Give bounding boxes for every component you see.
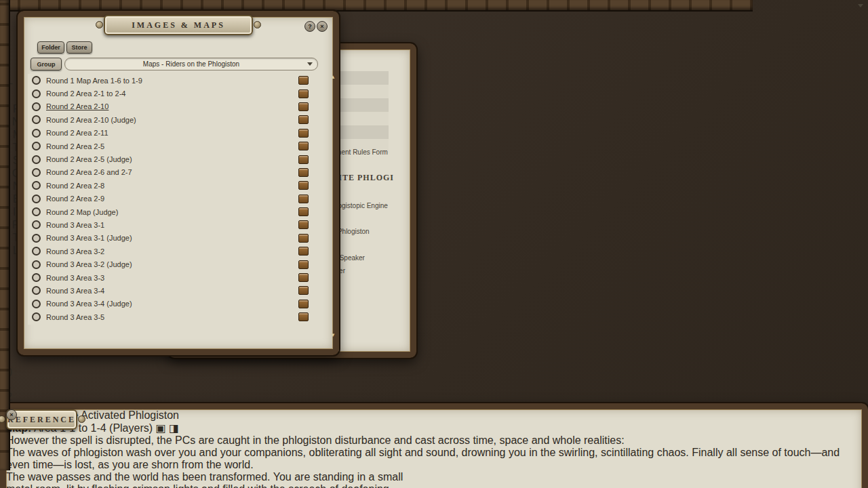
map-list-item[interactable]: Round 2 Area 2-9 xyxy=(28,192,315,205)
map-list-item-label: Round 3 Area 3-1 (Judge) xyxy=(46,234,298,242)
map-thumbnail-icon[interactable] xyxy=(298,89,309,98)
map-list-item-label: Round 2 Area 2-8 xyxy=(46,182,298,190)
fantasy-grounds-desktop: ⚄▦⚙⚖◆⚜+/-♟ ♔ PC ✎ NOTES ⚑ MAPS ☰ TABLES … xyxy=(0,0,868,488)
item-bullet-icon xyxy=(32,247,41,256)
map-thumbnail-icon[interactable] xyxy=(298,260,309,269)
map-thumbnail-icon[interactable] xyxy=(298,312,309,321)
map-list-item-label: Round 3 Area 3-3 xyxy=(46,274,298,282)
map-list-item[interactable]: Round 3 Area 3-1 xyxy=(28,218,315,231)
hotbar-slot[interactable]: 9 xyxy=(0,354,868,367)
map-list-item[interactable]: Round 2 Map (Judge) xyxy=(28,205,315,218)
window-title-plate[interactable]: REFERENCE xyxy=(6,409,77,430)
map-list-item-label: Round 3 Area 3-4 xyxy=(46,287,298,295)
map-list-item-label: Round 3 Area 3-1 xyxy=(46,221,298,229)
map-list-item[interactable]: Round 3 Area 3-3 xyxy=(28,271,315,284)
map-thumbnail-icon[interactable] xyxy=(298,102,309,111)
map-thumbnail-icon[interactable] xyxy=(298,155,309,164)
map-list-item[interactable]: Round 3 Area 3-5 xyxy=(28,310,315,323)
item-bullet-icon xyxy=(32,260,41,269)
map-list-item[interactable]: Round 2 Area 2-10 xyxy=(28,100,315,113)
section-heading: Area 1-1 – The Activated Phlogiston xyxy=(6,409,862,422)
hotbar-slot[interactable]: 12 xyxy=(0,391,868,403)
window-title: IMAGES & MAPS xyxy=(132,20,225,30)
group-dropdown[interactable]: Maps - Riders on the Phlogiston xyxy=(64,58,318,70)
map-thumbnail-icon[interactable] xyxy=(298,181,309,190)
folder-button[interactable]: Folder xyxy=(37,41,64,54)
map-thumbnail-icon[interactable] xyxy=(298,142,309,150)
scroll-down-icon[interactable]: ▼ xyxy=(330,332,336,338)
hotbar-slot[interactable]: 11 xyxy=(0,379,868,391)
map-list-item-label: Round 2 Area 2-9 xyxy=(46,195,298,203)
item-bullet-icon xyxy=(32,273,41,282)
map-list-item-label: Round 3 Area 3-2 xyxy=(46,247,298,256)
close-button[interactable]: × xyxy=(6,409,17,420)
item-bullet-icon xyxy=(32,89,41,98)
story-paragraph: However the spell is disrupted, the PCs … xyxy=(6,434,862,447)
map-thumbnail-icon[interactable] xyxy=(298,300,309,308)
map-thumbnail-icon[interactable] xyxy=(298,247,309,256)
map-list-item-label: Round 2 Area 2-1 to 2-4 xyxy=(46,89,298,98)
map-list-item[interactable]: Round 3 Area 3-2 xyxy=(28,245,315,258)
map-thumbnail-icon[interactable] xyxy=(298,220,309,229)
map-thumbnail-icon[interactable] xyxy=(298,76,309,85)
map-list-item-label: Round 3 Area 3-4 (Judge) xyxy=(46,300,298,308)
group-label: Group xyxy=(31,58,62,70)
map-list-item[interactable]: Round 3 Area 3-4 (Judge) xyxy=(28,298,315,310)
group-dropdown-value: Maps - Riders on the Phlogiston xyxy=(143,60,239,68)
item-bullet-icon xyxy=(32,195,41,203)
map-list-item-label: Round 2 Area 2-6 and 2-7 xyxy=(46,168,298,176)
item-bullet-icon xyxy=(32,102,41,111)
map-list-item[interactable]: Round 2 Area 2-6 and 2-7 xyxy=(28,166,315,179)
map-thumbnail-icon[interactable] xyxy=(298,273,309,282)
share-to-players-icon[interactable]: ▣ xyxy=(156,422,166,434)
store-button[interactable]: Store xyxy=(66,41,92,54)
map-list-item[interactable]: Round 2 Area 2-10 (Judge) xyxy=(28,113,315,126)
read-aloud-box: The waves of phlogiston wash over you an… xyxy=(6,447,862,471)
map-thumbnail-icon[interactable] xyxy=(298,195,309,203)
map-list-item-label: Round 2 Area 2-5 (Judge) xyxy=(46,155,298,163)
item-bullet-icon xyxy=(32,234,41,243)
map-thumbnail-icon[interactable] xyxy=(298,168,309,177)
maps-list: Round 1 Map Area 1-6 to 1-9 Round 2 Area… xyxy=(28,74,315,325)
map-thumbnail-icon[interactable] xyxy=(298,115,309,124)
desktop-frame-left xyxy=(0,0,10,470)
scroll-up-icon[interactable]: ▲ xyxy=(330,74,336,80)
close-button[interactable]: × xyxy=(317,21,328,32)
read-aloud-line: The wave passes and the world has been t… xyxy=(6,471,862,483)
item-bullet-icon xyxy=(32,207,41,216)
map-list-item-label: Round 2 Area 2-5 xyxy=(46,142,298,150)
desktop-frame-top xyxy=(0,0,753,12)
window-title-plate[interactable]: IMAGES & MAPS xyxy=(104,15,253,35)
item-bullet-icon xyxy=(32,76,41,85)
map-thumbnail-icon[interactable] xyxy=(298,286,309,295)
map-list-item[interactable]: Round 1 Map Area 1-6 to 1-9 xyxy=(28,74,315,87)
images-maps-window: IMAGES & MAPS ? × Folder Store Group Map… xyxy=(18,11,339,355)
map-list-item[interactable]: Round 2 Area 2-1 to 2-4 xyxy=(28,87,315,100)
map-thumbnail-icon[interactable] xyxy=(298,129,309,138)
dropdown-arrow-icon xyxy=(858,4,863,7)
map-list-item[interactable]: Round 2 Area 2-8 xyxy=(28,179,315,192)
map-list-item[interactable]: Round 3 Area 3-1 (Judge) xyxy=(28,232,315,245)
map-list-item[interactable]: Round 2 Area 2-11 xyxy=(28,127,315,140)
item-bullet-icon xyxy=(32,142,41,150)
item-bullet-icon xyxy=(32,115,41,124)
map-list-item[interactable]: Round 2 Area 2-5 (Judge) xyxy=(28,152,315,165)
map-thumbnail-icon[interactable] xyxy=(298,207,309,216)
map-list-item[interactable]: Round 3 Area 3-4 xyxy=(28,284,315,297)
map-list-item-label: Round 2 Map (Judge) xyxy=(46,208,298,216)
map-list-item[interactable]: Round 3 Area 3-2 (Judge) xyxy=(28,258,315,270)
read-aloud-box: The wave passes and the world has been t… xyxy=(6,471,862,488)
hotbar-slot[interactable]: 10 xyxy=(0,367,868,379)
map-thumbnail-icon[interactable] xyxy=(298,234,309,243)
preview-icon[interactable]: ◨ xyxy=(169,422,179,434)
map-list-item-label: Round 2 Area 2-10 (Judge) xyxy=(46,116,298,124)
item-bullet-icon xyxy=(32,220,41,229)
item-bullet-icon xyxy=(32,181,41,190)
item-bullet-icon xyxy=(32,155,41,164)
item-bullet-icon xyxy=(32,312,41,321)
help-button[interactable]: ? xyxy=(304,21,315,32)
map-list-item[interactable]: Round 2 Area 2-5 xyxy=(28,140,315,152)
item-bullet-icon xyxy=(32,300,41,308)
map-list-item-label: Round 2 Area 2-11 xyxy=(46,129,298,137)
map-list-item-label: Round 1 Map Area 1-6 to 1-9 xyxy=(46,77,298,85)
